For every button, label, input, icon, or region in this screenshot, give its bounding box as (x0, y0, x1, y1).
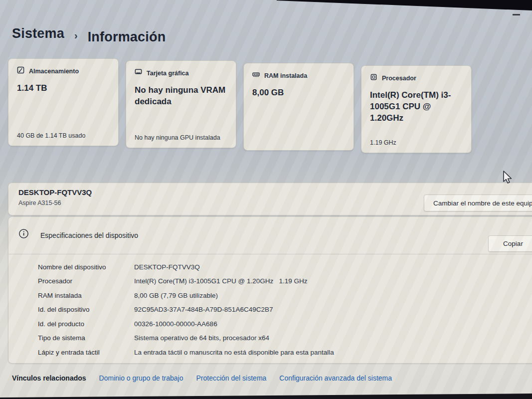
spec-label: Procesador (8, 277, 134, 285)
cpu-icon (370, 73, 377, 83)
page-title: Información (88, 29, 166, 45)
device-name: DESKTOP-FQTVV3Q (18, 188, 92, 197)
card-footer: 40 GB de 1.14 TB usado (17, 132, 85, 139)
ram-icon (252, 71, 260, 80)
gpu-icon (135, 68, 142, 78)
device-model: Aspire A315-56 (18, 200, 61, 206)
info-icon (18, 228, 29, 239)
table-row: Id. del dispositivo 92C95AD3-37A7-484B-A… (8, 303, 532, 317)
processor-card[interactable]: Procesador Intel(R) Core(TM) i3-1005G1 C… (361, 65, 472, 153)
storage-card[interactable]: Almacenamiento 1.14 TB 40 GB de 1.14 TB … (8, 58, 119, 146)
minimize-icon (513, 14, 520, 15)
spec-value: Intel(R) Core(TM) i3-1005G1 CPU @ 1.20GH… (134, 277, 308, 285)
table-row: Lápiz y entrada táctil La entrada táctil… (8, 345, 532, 360)
settings-window: Sistema › Información Almacenamiento 1.1… (0, 0, 532, 399)
storage-icon (17, 66, 24, 76)
spec-label: RAM instalada (8, 292, 134, 299)
card-footer: 1.19 GHz (370, 139, 396, 146)
table-row: Procesador Intel(R) Core(TM) i3-1005G1 C… (8, 274, 532, 289)
device-name-panel: DESKTOP-FQTVV3Q Aspire A315-56 Cambiar e… (8, 183, 532, 215)
spec-label: Id. del dispositivo (8, 306, 134, 313)
spec-value: La entrada táctil o manuscrita no está d… (134, 349, 334, 356)
table-row: Nombre del dispositivo DESKTOP-FQTVV3Q (8, 260, 532, 274)
spec-value: DESKTOP-FQTVV3Q (134, 263, 200, 271)
card-title: Tarjeta gráfica (147, 70, 189, 77)
card-title: Almacenamiento (29, 68, 79, 75)
spec-value: 8,00 GB (7,79 GB utilizable) (134, 292, 218, 299)
table-row: Id. del producto 00326-10000-00000-AA686 (8, 317, 532, 331)
breadcrumb: Sistema › Información (12, 26, 166, 45)
chevron-right-icon: › (74, 30, 78, 41)
card-title: Procesador (382, 75, 416, 82)
card-title: RAM instalada (264, 72, 307, 79)
card-value: Intel(R) Core(TM) i3-1005G1 CPU @ 1.20GH… (370, 90, 463, 124)
rename-pc-button[interactable]: Cambiar el nombre de este equipo (424, 195, 532, 211)
device-specs-panel: Especificaciones del dispositivo Copiar … (8, 216, 532, 364)
spec-value: Sistema operativo de 64 bits, procesador… (134, 334, 269, 342)
copy-button[interactable]: Copiar (488, 235, 532, 252)
link-domain-workgroup[interactable]: Dominio o grupo de trabajo (99, 374, 183, 382)
spec-label: Tipo de sistema (8, 334, 134, 342)
spec-label: Id. del producto (8, 320, 134, 328)
breadcrumb-root[interactable]: Sistema (12, 26, 64, 41)
spec-label: Nombre del dispositivo (8, 263, 134, 271)
graphics-card[interactable]: Tarjeta gráfica No hay ninguna VRAM dedi… (126, 60, 236, 148)
link-advanced-system-settings[interactable]: Configuración avanzada del sistema (279, 374, 392, 382)
spec-label: Lápiz y entrada táctil (8, 349, 134, 356)
table-row: Tipo de sistema Sistema operativo de 64 … (8, 331, 532, 346)
ram-card[interactable]: RAM instalada 8,00 GB (243, 63, 354, 151)
divider (8, 254, 532, 254)
spec-value: 92C95AD3-37A7-484B-A79D-851A6C49C2B7 (134, 306, 273, 313)
table-row: RAM instalada 8,00 GB (7,79 GB utilizabl… (8, 288, 532, 303)
mouse-cursor (503, 171, 514, 188)
card-footer: No hay ninguna GPU instalada (135, 134, 220, 141)
card-value: 8,00 GB (252, 87, 345, 99)
specs-header[interactable]: Especificaciones del dispositivo Copiar (8, 217, 532, 254)
summary-cards: Almacenamiento 1.14 TB 40 GB de 1.14 TB … (8, 58, 472, 153)
related-links-label: Vínculos relacionados (12, 374, 86, 382)
specs-table: Nombre del dispositivo DESKTOP-FQTVV3Q P… (8, 260, 532, 360)
specs-title: Especificaciones del dispositivo (40, 231, 138, 239)
related-links: Vínculos relacionados Dominio o grupo de… (12, 374, 392, 382)
card-value: No hay ninguna VRAM dedicada (135, 85, 227, 108)
card-value: 1.14 TB (17, 83, 110, 94)
link-system-protection[interactable]: Protección del sistema (196, 374, 267, 382)
spec-value: 00326-10000-00000-AA686 (134, 320, 217, 328)
